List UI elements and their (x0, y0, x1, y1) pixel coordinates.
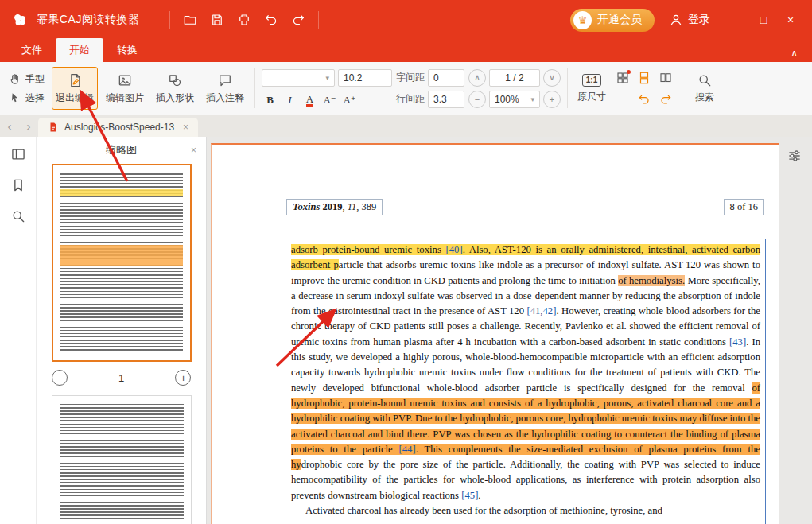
search-panel-icon[interactable] (10, 208, 26, 224)
select-tool-button[interactable]: 选择 (5, 91, 48, 106)
select-tool-label: 选择 (25, 91, 45, 105)
page-header-row: Toxins 2019, 11, 389 8 of 16 (286, 199, 764, 215)
document-tab[interactable]: Auslogics-BoostSpeed-13 × (38, 118, 198, 137)
minimize-button[interactable]: — (725, 9, 748, 31)
save-icon[interactable] (210, 13, 224, 27)
title-and-menu-bar: 幂果CAJ阅读转换器 ♛ (0, 0, 812, 62)
insert-note-label: 插入注释 (206, 91, 244, 105)
ribbon-collapse-icon[interactable]: ∧ (784, 45, 804, 62)
hand-icon (8, 72, 21, 86)
thumbnail-panel: 缩略图 × − 1 + (37, 137, 207, 524)
view-settings-icon[interactable] (787, 148, 802, 164)
insert-note-button[interactable]: 插入注释 (202, 67, 248, 110)
font-size-input[interactable] (338, 69, 392, 87)
vip-upgrade-button[interactable]: ♛ 开通会员 (570, 9, 655, 32)
editable-text-block[interactable]: adsorb protein-bound uremic toxins [40].… (286, 239, 766, 524)
thumbnail-text-preview (60, 404, 184, 524)
thumbnail-page-1[interactable] (52, 164, 192, 362)
increase-font-button[interactable]: A⁺ (341, 91, 358, 108)
nav-forward-icon[interactable]: › (19, 115, 38, 137)
font-color-button[interactable]: A (301, 91, 318, 108)
app-title: 幂果CAJ阅读转换器 (37, 13, 139, 27)
hand-tool-button[interactable]: 手型 (5, 72, 48, 87)
print-icon[interactable] (237, 13, 251, 27)
paragraph-1: adsorb protein-bound uremic toxins [40].… (291, 243, 760, 503)
thumbnail-pagination: − 1 + (52, 370, 192, 386)
document-tabstrip: ‹ › Auslogics-BoostSpeed-13 × (0, 115, 812, 137)
original-size-label: 原尺寸 (577, 90, 606, 103)
thumbnail-highlight-orange (60, 245, 183, 266)
zoom-in-button[interactable]: + (543, 91, 561, 108)
paragraph-2: Activated charcoal has already been used… (291, 503, 760, 518)
citation: [41,42] (526, 305, 556, 316)
menu-tab-home[interactable]: 开始 (56, 38, 103, 62)
prev-page-button[interactable]: ∧ (468, 69, 486, 87)
zoom-out-button[interactable]: − (468, 91, 486, 108)
thumbnail-panel-title: 缩略图 (106, 143, 137, 157)
thumbnail-list: − 1 + (37, 164, 206, 524)
page-number-input[interactable] (489, 69, 540, 87)
insert-shape-button[interactable]: 插入形状 (152, 67, 198, 110)
thumb-zoom-in-icon[interactable]: + (175, 370, 191, 386)
redo-icon[interactable] (291, 13, 305, 27)
font-family-select[interactable]: ▾ (262, 69, 335, 87)
crown-icon: ♛ (573, 11, 592, 29)
redo-edit-icon[interactable] (659, 93, 672, 106)
italic-button[interactable]: I (282, 91, 298, 108)
app-window: 幂果CAJ阅读转换器 ♛ (0, 0, 812, 524)
undo-edit-icon[interactable] (638, 93, 651, 106)
window-controls: — □ × (725, 9, 802, 31)
toolbar-divider (254, 68, 255, 108)
page-number-box[interactable]: 8 of 16 (724, 199, 764, 215)
user-icon (669, 13, 683, 27)
titlebar-quick-actions (169, 11, 319, 29)
original-size-button[interactable]: 1:1 原尺寸 (574, 74, 609, 103)
next-page-button[interactable]: ∨ (543, 69, 561, 87)
thumbnail-page-2[interactable] (52, 395, 192, 524)
close-button[interactable]: × (779, 9, 802, 31)
text-segment: , 389 (356, 201, 376, 212)
menu-tab-file[interactable]: 文件 (8, 38, 56, 62)
zoom-level-value: 100% (495, 94, 519, 105)
tab-close-icon[interactable]: × (183, 122, 188, 133)
exit-edit-button[interactable]: 退出编辑 (52, 67, 98, 110)
image-icon (117, 72, 133, 88)
edit-image-button[interactable]: 编辑图片 (102, 67, 148, 110)
undo-icon[interactable] (264, 13, 278, 27)
document-page[interactable]: Toxins 2019, 11, 389 8 of 16 adsorb prot… (211, 143, 779, 524)
line-spacing-label: 行间距 (396, 92, 425, 106)
grid-view-icon[interactable] (616, 71, 630, 85)
zoom-level-select[interactable]: 100% ▾ (489, 91, 540, 108)
text-segment: Toxins (293, 201, 322, 212)
char-spacing-input[interactable] (428, 69, 464, 87)
plus-icon: + (550, 95, 554, 104)
citation: [40] (445, 244, 462, 255)
thumb-zoom-out-icon[interactable]: − (52, 370, 68, 386)
insert-shape-label: 插入形状 (156, 91, 194, 105)
text-segment: of hemodialysis. (618, 275, 685, 286)
two-page-view-icon[interactable] (659, 71, 673, 85)
search-button[interactable]: 搜索 (689, 72, 721, 104)
thumbnail-panel-icon[interactable] (10, 146, 26, 162)
maximize-button[interactable]: □ (752, 9, 775, 31)
decrease-font-button[interactable]: A⁻ (321, 91, 338, 108)
cursor-icon (8, 91, 21, 105)
menu-tab-convert[interactable]: 转换 (103, 38, 151, 62)
journal-header-box[interactable]: Toxins 2019, 11, 389 (286, 199, 383, 215)
search-icon (697, 72, 713, 88)
text-segment: . (478, 490, 480, 501)
view-mode-group (613, 68, 675, 109)
nav-back-icon[interactable]: ‹ (0, 115, 19, 137)
comment-icon (217, 72, 233, 88)
line-spacing-input[interactable] (428, 91, 464, 108)
bold-button[interactable]: B (262, 91, 278, 108)
open-folder-icon[interactable] (183, 13, 197, 27)
citation: [43] (729, 336, 746, 347)
citation: [44] (399, 444, 416, 455)
text-segment: drophobic core by the pore size of the p… (291, 459, 760, 501)
bookmark-panel-icon[interactable] (10, 177, 26, 193)
continuous-page-view-icon[interactable] (637, 71, 651, 85)
login-button[interactable]: 登录 (669, 13, 710, 27)
panel-close-icon[interactable]: × (191, 145, 196, 156)
toolbar-divider (682, 68, 682, 108)
